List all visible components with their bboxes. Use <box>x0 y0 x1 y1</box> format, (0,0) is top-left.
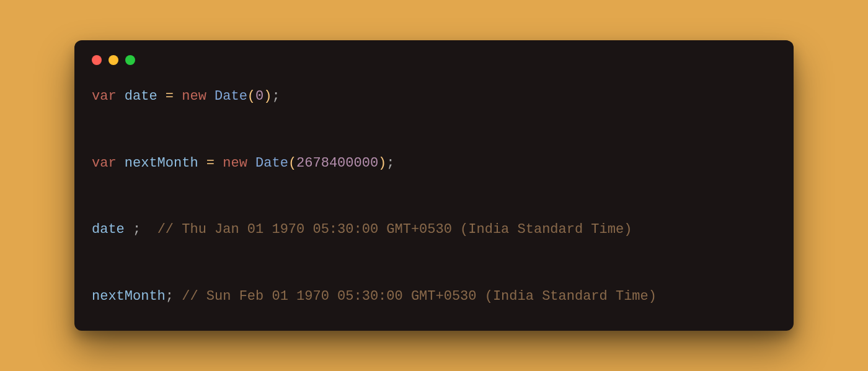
rparen: ) <box>264 89 272 104</box>
lparen: ( <box>288 155 296 171</box>
comment: // Sun Feb 01 1970 05:30:00 GMT+0530 (In… <box>182 289 657 304</box>
semicolon: ; <box>386 155 394 171</box>
identifier: nextMonth <box>125 155 198 171</box>
identifier: date <box>92 222 125 237</box>
identifier: nextMonth <box>92 289 166 304</box>
number: 0 <box>255 89 264 104</box>
maximize-icon[interactable] <box>125 55 135 65</box>
code-window: var date = new Date(0); var nextMonth = … <box>74 40 794 331</box>
type: Date <box>215 89 247 104</box>
operator: = <box>166 89 174 104</box>
keyword-var: var <box>92 155 117 171</box>
close-icon[interactable] <box>92 55 102 65</box>
stage: var date = new Date(0); var nextMonth = … <box>0 0 868 371</box>
number: 2678400000 <box>296 155 378 171</box>
lparen: ( <box>247 89 255 104</box>
identifier: date <box>125 89 157 104</box>
rparen: ) <box>378 155 386 171</box>
semicolon: ; <box>133 222 141 237</box>
keyword-new: new <box>182 89 206 104</box>
code-block: var date = new Date(0); var nextMonth = … <box>74 71 794 313</box>
semicolon: ; <box>166 289 174 304</box>
type: Date <box>255 155 288 171</box>
keyword-var: var <box>92 89 117 104</box>
keyword-new: new <box>223 155 247 171</box>
minimize-icon[interactable] <box>108 55 118 65</box>
window-titlebar <box>74 40 794 71</box>
comment: // Thu Jan 01 1970 05:30:00 GMT+0530 (In… <box>157 222 632 237</box>
operator: = <box>206 155 215 171</box>
semicolon: ; <box>272 89 280 104</box>
